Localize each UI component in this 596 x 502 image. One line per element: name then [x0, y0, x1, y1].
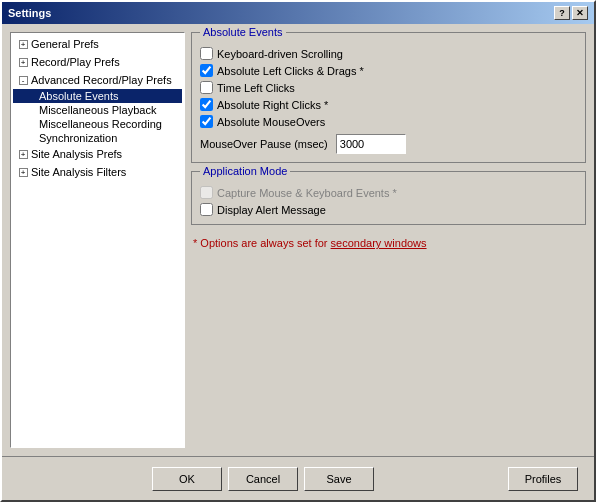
title-bar-buttons: ? ✕	[554, 6, 588, 20]
abs-right-clicks-row: Absolute Right Clicks *	[200, 98, 577, 111]
capture-mouse-kb-row: Capture Mouse & Keyboard Events *	[200, 186, 577, 199]
tree-label-misc-recording: Miscellaneous Recording	[39, 118, 162, 130]
right-panel: Absolute Events Keyboard-driven Scrollin…	[191, 32, 586, 448]
expander-site-analysis: +	[15, 146, 31, 162]
window-title: Settings	[8, 7, 51, 19]
display-alert-checkbox[interactable]	[200, 203, 213, 216]
kb-scrolling-row: Keyboard-driven Scrolling	[200, 47, 577, 60]
expander-site-filters: +	[15, 164, 31, 180]
help-button[interactable]: ?	[554, 6, 570, 20]
kb-scrolling-checkbox[interactable]	[200, 47, 213, 60]
expander-record-play: +	[15, 54, 31, 70]
expander-general: +	[15, 36, 31, 52]
settings-window: Settings ? ✕ + General Prefs + Record/Pl…	[0, 0, 596, 502]
ok-button[interactable]: OK	[152, 467, 222, 491]
title-bar: Settings ? ✕	[2, 2, 594, 24]
tree-label-general: General Prefs	[31, 38, 99, 50]
footnote: * Options are always set for secondary w…	[191, 237, 586, 249]
absolute-events-title: Absolute Events	[200, 26, 286, 38]
tree-label-site-analysis: Site Analysis Prefs	[31, 148, 122, 160]
time-left-clicks-row: Time Left Clicks	[200, 81, 577, 94]
abs-mouseovers-row: Absolute MouseOvers	[200, 115, 577, 128]
tree-label-misc-playback: Miscellaneous Playback	[39, 104, 156, 116]
mouseover-pause-label: MouseOver Pause (msec)	[200, 138, 328, 150]
content-area: + General Prefs + Record/Play Prefs - Ad…	[2, 24, 594, 456]
abs-left-clicks-row: Absolute Left Clicks & Drags *	[200, 64, 577, 77]
close-button[interactable]: ✕	[572, 6, 588, 20]
tree-item-record-play[interactable]: + Record/Play Prefs	[13, 53, 182, 71]
profiles-area: Profiles	[508, 467, 578, 491]
capture-mouse-kb-label: Capture Mouse & Keyboard Events *	[217, 187, 397, 199]
display-alert-label: Display Alert Message	[217, 204, 326, 216]
mouseover-pause-row: MouseOver Pause (msec)	[200, 134, 577, 154]
profiles-button[interactable]: Profiles	[508, 467, 578, 491]
tree-label-absolute-events: Absolute Events	[39, 90, 119, 102]
tree-label-record-play: Record/Play Prefs	[31, 56, 120, 68]
application-mode-group: Application Mode Capture Mouse & Keyboar…	[191, 171, 586, 225]
tree-item-misc-playback[interactable]: Miscellaneous Playback	[13, 103, 182, 117]
bottom-bar: OK Cancel Save Profiles	[2, 456, 594, 500]
tree-item-site-filters[interactable]: + Site Analysis Filters	[13, 163, 182, 181]
tree-panel: + General Prefs + Record/Play Prefs - Ad…	[10, 32, 185, 448]
time-left-clicks-label: Time Left Clicks	[217, 82, 295, 94]
save-button[interactable]: Save	[304, 467, 374, 491]
abs-left-clicks-label: Absolute Left Clicks & Drags *	[217, 65, 364, 77]
abs-right-clicks-label: Absolute Right Clicks *	[217, 99, 328, 111]
kb-scrolling-label: Keyboard-driven Scrolling	[217, 48, 343, 60]
application-mode-title: Application Mode	[200, 165, 290, 177]
tree-item-site-analysis[interactable]: + Site Analysis Prefs	[13, 145, 182, 163]
time-left-clicks-checkbox[interactable]	[200, 81, 213, 94]
tree-item-absolute-events[interactable]: Absolute Events	[13, 89, 182, 103]
cancel-button[interactable]: Cancel	[228, 467, 298, 491]
bottom-buttons-left: OK Cancel Save	[18, 467, 508, 491]
abs-right-clicks-checkbox[interactable]	[200, 98, 213, 111]
tree-label-synchronization: Synchronization	[39, 132, 117, 144]
tree-item-synchronization[interactable]: Synchronization	[13, 131, 182, 145]
tree-item-general[interactable]: + General Prefs	[13, 35, 182, 53]
footnote-underline: secondary windows	[331, 237, 427, 249]
tree-label-advanced: Advanced Record/Play Prefs	[31, 74, 172, 86]
display-alert-row: Display Alert Message	[200, 203, 577, 216]
expander-advanced: -	[15, 72, 31, 88]
tree-item-misc-recording[interactable]: Miscellaneous Recording	[13, 117, 182, 131]
bottom-all: OK Cancel Save Profiles	[10, 467, 586, 491]
abs-mouseovers-checkbox[interactable]	[200, 115, 213, 128]
mouseover-pause-input[interactable]	[336, 134, 406, 154]
capture-mouse-kb-checkbox[interactable]	[200, 186, 213, 199]
tree-label-site-filters: Site Analysis Filters	[31, 166, 126, 178]
abs-left-clicks-checkbox[interactable]	[200, 64, 213, 77]
tree-item-advanced[interactable]: - Advanced Record/Play Prefs	[13, 71, 182, 89]
abs-mouseovers-label: Absolute MouseOvers	[217, 116, 325, 128]
absolute-events-group: Absolute Events Keyboard-driven Scrollin…	[191, 32, 586, 163]
